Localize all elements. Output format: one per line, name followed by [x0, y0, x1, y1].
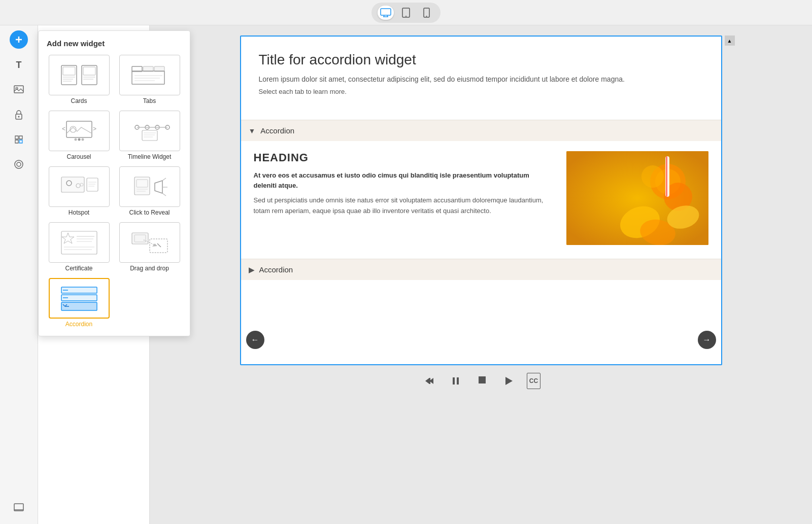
svg-point-14 — [15, 160, 23, 168]
accordion-image — [566, 151, 708, 245]
svg-rect-10 — [14, 86, 23, 93]
widget-cards[interactable]: Cards — [47, 55, 111, 104]
click-to-reveal-icon-box — [119, 166, 180, 207]
svg-marker-68 — [62, 233, 74, 243]
drag-drop-label: Drag and drop — [130, 265, 169, 272]
interact-tool-btn[interactable] — [8, 128, 30, 151]
top-bar — [0, 0, 812, 25]
widget-click-to-reveal[interactable]: Click to Reveal — [117, 166, 182, 216]
slide-nav-left[interactable]: ← — [246, 331, 264, 349]
svg-point-39 — [78, 138, 80, 141]
accordion-body-1: HEADING At vero eos et accusamus et iust… — [241, 141, 721, 258]
phone-btn[interactable] — [418, 6, 434, 20]
main-area: T — [0, 25, 812, 524]
accordion-bold-text: At vero eos et accusamus et iusto odio c… — [254, 170, 554, 190]
widget-accordion[interactable]: Accordion — [47, 278, 111, 328]
widget-panel: Add new widget — [38, 30, 190, 336]
widget-certificate[interactable]: Certificate — [47, 222, 111, 272]
carousel-icon-box: < > — [49, 111, 110, 151]
svg-marker-103 — [505, 377, 513, 385]
accordion-body-text: Sed ut perspiciatis unde omnis iste natu… — [254, 195, 554, 217]
widget-carousel[interactable]: < > Carousel — [47, 111, 111, 160]
widget-panel-title: Add new widget — [47, 39, 182, 48]
accordion-item-1: ▼ Accordion HEADING At vero eos et accus… — [241, 120, 721, 258]
certificate-icon-box — [49, 222, 110, 263]
svg-line-78 — [157, 243, 161, 247]
carousel-label: Carousel — [66, 153, 91, 160]
hotspot-label: Hotspot — [69, 209, 89, 216]
tabs-label: Tabs — [143, 97, 156, 104]
svg-text:<: < — [62, 125, 65, 132]
accordion-chevron-2: ▶ — [249, 266, 254, 274]
cc-btn[interactable]: CC — [527, 373, 540, 389]
svg-text:>: > — [93, 125, 96, 132]
accordion-heading: HEADING — [254, 151, 554, 164]
timeline-label: Timeline Widget — [128, 153, 172, 160]
svg-rect-100 — [453, 377, 455, 385]
svg-line-66 — [162, 193, 166, 196]
widget-grid: Cards Tabs — [47, 55, 182, 328]
svg-rect-19 — [63, 67, 75, 75]
accordion-icon-box — [49, 278, 110, 319]
device-switcher — [371, 3, 441, 23]
svg-rect-101 — [457, 377, 459, 385]
tablet-btn[interactable] — [398, 6, 414, 20]
accordion-title-1: Accordion — [260, 126, 294, 135]
accordion-header-2[interactable]: ▶ Accordion — [241, 259, 721, 280]
cards-icon-box — [49, 55, 110, 95]
record-tool-btn[interactable] — [8, 153, 30, 176]
svg-marker-63 — [155, 181, 162, 193]
svg-rect-55 — [87, 178, 98, 191]
svg-rect-102 — [479, 376, 486, 383]
click-to-reveal-label: Click to Reveal — [129, 209, 170, 216]
slide-intro: Lorem ipsum dolor sit amet, consectetur … — [259, 74, 703, 85]
slide-title: Title for accordion widget — [259, 52, 703, 68]
svg-point-5 — [405, 16, 407, 17]
add-button[interactable] — [10, 30, 28, 49]
svg-marker-97 — [425, 378, 429, 384]
slide-canvas: Title for accordion widget Lorem ipsum d… — [240, 36, 722, 365]
widget-tabs[interactable]: Tabs — [117, 55, 182, 104]
accordion-item-2: ▶ Accordion — [241, 259, 721, 280]
svg-rect-93 — [666, 156, 667, 197]
svg-rect-24 — [83, 67, 95, 75]
widget-drag-drop[interactable]: Drag and drop — [117, 222, 182, 272]
slide-nav-right[interactable]: → — [698, 331, 716, 349]
widget-timeline[interactable]: Timeline Widget — [117, 111, 182, 160]
accordion-text-area: HEADING At vero eos et accusamus et iust… — [254, 151, 554, 245]
cards-label: Cards — [71, 97, 87, 104]
play-btn[interactable] — [500, 373, 517, 389]
timeline-icon-box — [119, 111, 180, 151]
accordion-label: Accordion — [65, 321, 92, 328]
text-tool-btn[interactable]: T — [8, 54, 30, 76]
svg-point-7 — [426, 16, 427, 17]
svg-point-91 — [641, 165, 664, 188]
svg-rect-50 — [61, 177, 84, 192]
svg-rect-46 — [142, 130, 157, 141]
certificate-label: Certificate — [65, 265, 92, 272]
bottom-tool-btn[interactable] — [8, 497, 30, 519]
accordion-chevron-1: ▼ — [249, 127, 256, 135]
svg-point-38 — [74, 138, 77, 141]
hotspot-icon-box — [49, 166, 110, 207]
accordion-title-2: Accordion — [259, 265, 293, 274]
media-tool-btn[interactable] — [8, 79, 30, 101]
svg-line-64 — [162, 178, 166, 181]
desktop-btn[interactable] — [378, 6, 394, 20]
svg-rect-75 — [150, 239, 167, 253]
svg-point-15 — [17, 162, 21, 166]
slide-subtitle: Select each tab to learn more. — [259, 88, 703, 95]
slide-content: Title for accordion widget Lorem ipsum d… — [241, 37, 721, 120]
stop-btn[interactable] — [474, 373, 490, 389]
svg-point-40 — [81, 138, 84, 141]
lock-tool-btn[interactable] — [8, 103, 30, 126]
widget-hotspot[interactable]: Hotspot — [47, 166, 111, 216]
scroll-up-btn[interactable]: ▲ — [725, 36, 735, 46]
accordion-header-1[interactable]: ▼ Accordion — [241, 120, 721, 141]
svg-rect-30 — [132, 71, 164, 84]
rewind-btn[interactable] — [421, 373, 437, 389]
slide-wrapper: Title for accordion widget Lorem ipsum d… — [240, 36, 722, 365]
tabs-icon-box — [119, 55, 180, 95]
svg-rect-67 — [61, 231, 97, 254]
play-pause-btn[interactable] — [448, 373, 464, 389]
